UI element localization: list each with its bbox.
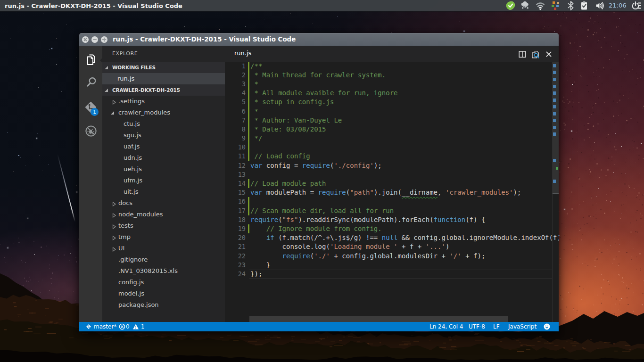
horizontal-scrollbar[interactable]: [249, 316, 508, 322]
label: uaf.js: [124, 141, 140, 152]
git-added-gutter-bar: [248, 179, 249, 188]
close-button[interactable]: [545, 50, 553, 58]
minimize-icon: [91, 36, 98, 43]
activity-explorer-button[interactable]: [79, 48, 102, 71]
code-line-1: 1/**: [225, 62, 559, 71]
git-added-gutter-bar: [248, 89, 249, 98]
editor-title-bar: run.js: [225, 46, 559, 62]
git-added-gutter-bar: [248, 116, 249, 125]
tree-item-model-js[interactable]: model.js: [102, 288, 225, 299]
tree-item-ui[interactable]: UI: [102, 243, 225, 254]
editor-group: run.js 1/**2 * Main thread for crawler s…: [225, 46, 559, 322]
minimize-button[interactable]: [91, 36, 98, 43]
sidebar-explorer: EXPLORE WORKING FILESrun.jsCRAWLER-DKXT-…: [102, 46, 225, 322]
git-added-gutter-bar: [248, 206, 249, 215]
git-added-gutter-bar: [248, 107, 249, 116]
section-header-working-files[interactable]: WORKING FILES: [102, 62, 225, 73]
label: WORKING FILES: [112, 62, 156, 73]
wifi-icon[interactable]: [536, 1, 545, 10]
ruler-mark-modified: [553, 64, 556, 67]
tree-item-uit-js[interactable]: uit.js: [102, 186, 225, 197]
open-preview-icon: [531, 50, 539, 58]
ruler-mark-modified: [553, 119, 556, 122]
ruler-mark-modified: [553, 85, 556, 88]
activity-search-button[interactable]: [79, 71, 102, 94]
tree-item-crawler-modules[interactable]: crawler_modules: [102, 107, 225, 118]
clipboard-check-icon[interactable]: [579, 1, 589, 10]
label: udn.js: [124, 152, 142, 164]
tree-item-package-json[interactable]: package.json: [102, 299, 225, 311]
label: run.js: [117, 73, 134, 84]
code-text: // Load config: [250, 152, 310, 161]
twistie-expanded-icon: [111, 111, 114, 115]
updates-ok-icon[interactable]: [506, 1, 515, 10]
label: config.js: [118, 277, 144, 288]
code-line-23: 23 }: [225, 261, 559, 270]
ruler-mark-modified: [553, 126, 556, 129]
tree-item-run-js[interactable]: run.js: [102, 73, 225, 84]
git-added-gutter-bar: [248, 98, 249, 107]
bluetooth-icon[interactable]: [566, 1, 576, 10]
warnings-count[interactable]: 1: [141, 322, 145, 331]
code-line-2: 2 * Main thread for crawler system.: [225, 71, 559, 80]
tree-item-config-js[interactable]: config.js: [102, 277, 225, 288]
git-added-gutter-bar: [248, 71, 249, 80]
cursor-position[interactable]: Ln 24, Col 4: [429, 322, 463, 331]
tree-item-ctu-js[interactable]: ctu.js: [102, 118, 225, 130]
line-number: 22: [225, 252, 246, 261]
activity-debug-button[interactable]: [79, 120, 102, 142]
label: ueh.js: [124, 164, 142, 175]
tree-item-node-modules[interactable]: node_modules: [102, 209, 225, 220]
line-number: 12: [225, 161, 246, 170]
tree-item-sgu-js[interactable]: sgu.js: [102, 130, 225, 141]
tree-item--gitignore[interactable]: .gitignore: [102, 254, 225, 265]
cloud-network-icon[interactable]: [520, 1, 530, 10]
line-number: 20: [225, 233, 246, 242]
ruler-mark-modified: [553, 180, 556, 183]
session-power-icon[interactable]: [632, 1, 641, 10]
tree-item--nv1-03082015-xls[interactable]: .NV1_03082015.xls: [102, 265, 225, 277]
line-number: 6: [225, 107, 246, 116]
eol[interactable]: LF: [493, 322, 500, 331]
code-editor[interactable]: 1/**2 * Main thread for crawler system.3…: [225, 62, 559, 322]
top-panel: run.js - Crawler-DKXT-DH-2015 - Visual S…: [0, 0, 644, 11]
overview-ruler: [552, 62, 559, 322]
feedback-smiley-icon[interactable]: [544, 323, 550, 330]
tree-item-ueh-js[interactable]: ueh.js: [102, 164, 225, 175]
editor-tab-run-js[interactable]: run.js: [234, 46, 251, 62]
maximize-button[interactable]: [101, 36, 107, 43]
encoding[interactable]: UTF-8: [469, 322, 485, 331]
tree-item-tmp[interactable]: tmp: [102, 231, 225, 243]
tree-item-udn-js[interactable]: udn.js: [102, 152, 225, 164]
color-squares-icon[interactable]: [551, 1, 561, 10]
tree-item-tests[interactable]: tests: [102, 220, 225, 231]
code-text: *: [250, 80, 258, 89]
volume-icon[interactable]: [595, 1, 604, 10]
search-icon: [85, 77, 97, 88]
window-titlebar[interactable]: run.js - Crawler-DKXT-DH-2015 - Visual S…: [79, 33, 559, 46]
git-branch-label[interactable]: master*: [94, 322, 116, 331]
code-text: var modulePath = require("path").join(__…: [250, 188, 521, 197]
git-added-gutter-bar: [248, 152, 249, 161]
clock[interactable]: 21:06: [609, 0, 626, 11]
status-bar: master*01Ln 24, Col 4UTF-8LFJavaScript: [79, 322, 559, 331]
code-line-22: 22 require('./' + config.global.modulesD…: [225, 252, 559, 261]
close-button[interactable]: [82, 36, 89, 43]
code-line-10: 10: [225, 143, 559, 152]
label: tmp: [118, 231, 131, 243]
code-text: /**: [250, 62, 262, 71]
open-preview-button[interactable]: [531, 50, 539, 58]
errors-count[interactable]: 0: [126, 322, 130, 331]
label: model.js: [118, 288, 144, 299]
activity-git-button[interactable]: [79, 96, 102, 118]
system-tray: 21:06: [0, 0, 644, 11]
tree-item-docs[interactable]: docs: [102, 197, 225, 209]
tree-item--settings[interactable]: .settings: [102, 96, 225, 107]
tree-item-uaf-js[interactable]: uaf.js: [102, 141, 225, 152]
split-editor-button[interactable]: [518, 50, 527, 58]
code-text: * All module avaible for run, ignore: [250, 89, 398, 98]
language-mode[interactable]: JavaScript: [508, 322, 537, 331]
section-header-crawler-dkxt-dh-2015[interactable]: CRAWLER-DKXT-DH-2015: [102, 84, 225, 96]
code-text: var config = require('./config');: [250, 161, 382, 170]
tree-item-ufm-js[interactable]: ufm.js: [102, 175, 225, 186]
